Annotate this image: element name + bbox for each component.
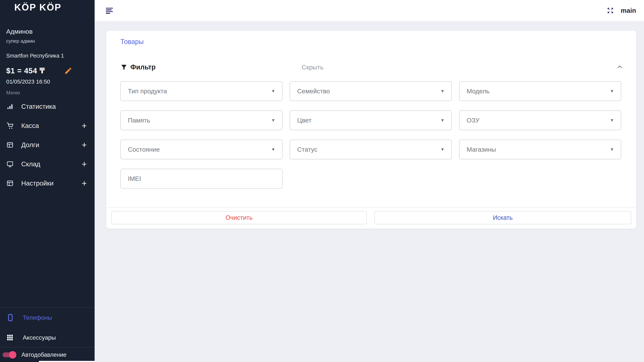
rate-date: 01/05/2023 16:50 bbox=[6, 79, 89, 85]
edit-rate-pencil-icon[interactable] bbox=[64, 67, 72, 75]
store-name: Smartfon Республика 1 bbox=[6, 53, 89, 59]
sidebar-footer: Автодобавление bbox=[0, 347, 94, 362]
sidebar-item-debts[interactable]: Долги + bbox=[0, 135, 94, 154]
add-debt-button[interactable]: + bbox=[80, 141, 89, 149]
dropdown-product-type[interactable]: Тип продукта ▼ bbox=[120, 81, 282, 101]
caret-down-icon: ▼ bbox=[271, 118, 275, 123]
hide-filter-button[interactable]: Скрыть bbox=[302, 64, 324, 71]
sidebar-menu: Статистика Касса + Долги + Скла bbox=[0, 97, 94, 193]
search-button[interactable]: Искать bbox=[374, 211, 631, 224]
sidebar-item-label: Настройки bbox=[21, 179, 54, 187]
caret-down-icon: ▼ bbox=[440, 147, 445, 152]
dropdown-status[interactable]: Статус ▼ bbox=[290, 140, 452, 159]
caret-down-icon: ▼ bbox=[610, 147, 614, 152]
dropdown-memory[interactable]: Память ▼ bbox=[120, 110, 282, 130]
topbar-right: main bbox=[607, 0, 636, 21]
add-settings-button[interactable]: + bbox=[80, 179, 89, 188]
sidebar-horizontal-scrollbar[interactable] bbox=[39, 361, 94, 362]
page-title[interactable]: Товары bbox=[120, 38, 144, 46]
products-card: Товары Фильтр Скрыть Тип продукта ▼ Семе… bbox=[106, 31, 636, 229]
add-warehouse-button[interactable]: + bbox=[80, 160, 89, 168]
sidebar-products-section: Телефоны Аксессуары bbox=[0, 307, 94, 347]
dropdown-condition[interactable]: Состояние ▼ bbox=[120, 140, 282, 159]
caret-down-icon: ▼ bbox=[440, 89, 445, 94]
sidebar-item-phones[interactable]: Телефоны bbox=[0, 308, 94, 327]
app-logo: KÖP KÖP bbox=[14, 2, 62, 13]
dropdown-model[interactable]: Модель ▼ bbox=[459, 81, 621, 101]
main-content: Товары Фильтр Скрыть Тип продукта ▼ Семе… bbox=[94, 21, 644, 362]
user-role: супер админ bbox=[6, 38, 89, 44]
exchange-rate: $1 = 454 ₸ bbox=[6, 66, 45, 75]
dropdown-ram[interactable]: ОЗУ ▼ bbox=[459, 110, 621, 130]
filter-actions: Очистить Искать bbox=[106, 207, 636, 208]
sidebar-item-accessories[interactable]: Аксессуары bbox=[0, 327, 94, 347]
sidebar-item-settings[interactable]: Настройки + bbox=[0, 174, 94, 193]
user-name: Админов bbox=[6, 28, 89, 35]
layout-icon bbox=[6, 179, 15, 187]
clear-button[interactable]: Очистить bbox=[111, 211, 367, 224]
caret-down-icon: ▼ bbox=[610, 89, 614, 94]
sidebar-item-label: Статистика bbox=[21, 103, 56, 110]
caret-down-icon: ▼ bbox=[610, 118, 614, 123]
menu-toggle-icon[interactable] bbox=[106, 8, 114, 14]
imei-input[interactable] bbox=[120, 169, 282, 189]
fullscreen-icon[interactable] bbox=[607, 7, 614, 14]
grid-icon bbox=[6, 333, 15, 342]
dropdown-family[interactable]: Семейство ▼ bbox=[290, 81, 452, 101]
caret-down-icon: ▼ bbox=[271, 89, 275, 94]
smartphone-icon bbox=[6, 313, 15, 322]
monitor-icon bbox=[6, 160, 15, 168]
exchange-rate-row: $1 = 454 ₸ bbox=[6, 66, 89, 75]
collapse-chevron-icon[interactable] bbox=[616, 64, 623, 70]
shopping-cart-icon bbox=[6, 122, 15, 129]
sidebar-item-label: Долги bbox=[21, 141, 39, 149]
toggle-knob bbox=[9, 351, 16, 358]
dropdown-stores[interactable]: Магазины ▼ bbox=[459, 140, 621, 159]
imei-field-wrap bbox=[120, 169, 282, 189]
sidebar-item-label: Касса bbox=[21, 122, 39, 129]
sidebar-item-label: Склад bbox=[21, 160, 40, 168]
menu-section-label: Меню bbox=[6, 90, 20, 96]
topbar: main bbox=[94, 0, 644, 21]
sidebar-item-cashbox[interactable]: Касса + bbox=[0, 116, 94, 135]
sidebar: KÖP KÖP Админов супер админ Smartfon Рес… bbox=[0, 0, 94, 362]
branch-selector[interactable]: main bbox=[621, 7, 636, 14]
caret-down-icon: ▼ bbox=[440, 118, 445, 123]
autoadd-label: Автодобавление bbox=[22, 351, 66, 358]
filter-title: Фильтр bbox=[130, 63, 156, 71]
app: KÖP KÖP Админов супер админ Smartfon Рес… bbox=[0, 0, 644, 362]
filter-funnel-icon bbox=[120, 64, 128, 71]
filter-header: Фильтр Скрыть bbox=[106, 63, 636, 72]
sidebar-item-statistics[interactable]: Статистика bbox=[0, 97, 94, 116]
user-block: Админов супер админ Smartfon Республика … bbox=[6, 28, 89, 85]
add-cashbox-button[interactable]: + bbox=[80, 121, 89, 130]
sidebar-item-label: Телефоны bbox=[23, 314, 52, 321]
bar-chart-icon bbox=[6, 103, 15, 110]
autoadd-toggle[interactable] bbox=[3, 351, 18, 358]
sidebar-item-label: Аксессуары bbox=[23, 334, 56, 341]
layout-icon bbox=[6, 141, 15, 149]
sidebar-item-warehouse[interactable]: Склад + bbox=[0, 154, 94, 174]
caret-down-icon: ▼ bbox=[271, 147, 275, 152]
dropdown-color[interactable]: Цвет ▼ bbox=[290, 110, 452, 130]
